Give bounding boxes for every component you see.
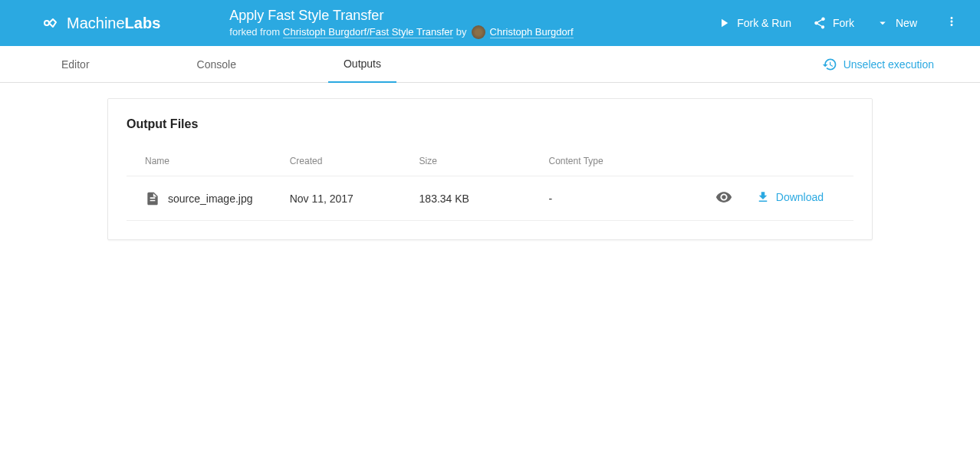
share-icon (813, 16, 827, 30)
chevron-down-icon (876, 16, 890, 30)
tabs-bar: Editor Console Outputs Unselect executio… (0, 46, 980, 83)
history-icon (822, 57, 837, 72)
logo-icon (42, 14, 61, 32)
download-button[interactable]: Download (756, 190, 824, 204)
content-area: Output Files Name Created Size Content T… (0, 83, 980, 255)
col-header-created: Created (284, 146, 413, 176)
file-name: source_image.jpg (168, 193, 253, 205)
file-icon (145, 191, 160, 206)
fork-label: Fork (833, 17, 854, 29)
unselect-execution-link[interactable]: Unselect execution (822, 57, 934, 72)
avatar (472, 25, 485, 39)
logo[interactable]: MachineLabs (42, 14, 160, 32)
file-created: Nov 11, 2017 (284, 176, 413, 221)
view-icon[interactable] (715, 189, 732, 206)
more-button[interactable] (939, 15, 965, 31)
forked-prefix: forked from (229, 26, 280, 38)
fork-run-button[interactable]: Fork & Run (717, 16, 791, 30)
col-header-size: Size (413, 146, 543, 176)
fork-button[interactable]: Fork (813, 16, 854, 30)
author-link[interactable]: Christoph Burgdorf (490, 26, 574, 38)
download-label: Download (776, 191, 824, 203)
by-text: by (456, 26, 467, 38)
logo-text: MachineLabs (67, 15, 160, 32)
header-actions: Fork & Run Fork New (717, 15, 965, 31)
tab-outputs[interactable]: Outputs (328, 46, 396, 83)
play-icon (717, 16, 731, 30)
lab-subtitle: forked from Christoph Burgdorf/Fast Styl… (229, 25, 717, 39)
lab-title: Apply Fast Style Transfer (229, 8, 717, 24)
unselect-label: Unselect execution (844, 58, 934, 71)
col-header-name: Name (127, 146, 284, 176)
output-files-table: Name Created Size Content Type source_im… (127, 146, 853, 221)
more-vert-icon (945, 15, 959, 28)
file-content-type: - (543, 176, 699, 221)
card-title: Output Files (127, 117, 853, 131)
forked-from-link[interactable]: Christoph Burgdorf/Fast Style Transfer (283, 26, 453, 38)
file-size: 183.34 KB (413, 176, 543, 221)
output-files-card: Output Files Name Created Size Content T… (107, 98, 873, 240)
new-label: New (896, 17, 917, 29)
title-section: Apply Fast Style Transfer forked from Ch… (229, 8, 717, 39)
fork-run-label: Fork & Run (737, 17, 791, 29)
file-name-cell: source_image.jpg (145, 191, 278, 206)
download-icon (756, 190, 770, 204)
tab-editor[interactable]: Editor (46, 46, 105, 83)
new-button[interactable]: New (876, 16, 917, 30)
table-row: source_image.jpg Nov 11, 2017 183.34 KB … (127, 176, 853, 221)
app-header: MachineLabs Apply Fast Style Transfer fo… (0, 0, 980, 46)
col-header-content-type: Content Type (543, 146, 699, 176)
tab-console[interactable]: Console (182, 46, 252, 83)
